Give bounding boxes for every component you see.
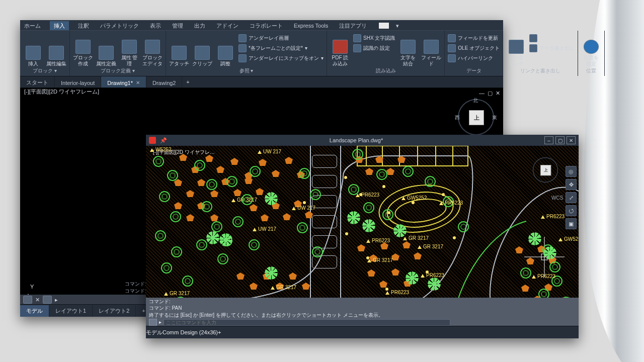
- menu-tab[interactable]: Express Tools: [292, 22, 330, 30]
- shrub-block: [171, 246, 182, 257]
- node-marker: [345, 232, 348, 235]
- steering-wheel-icon[interactable]: ◎: [566, 166, 577, 177]
- clip-button[interactable]: クリップ: [192, 33, 212, 66]
- menu-tab[interactable]: ホーム: [22, 21, 43, 31]
- plant-block: [391, 253, 399, 260]
- plant-block: [285, 157, 293, 164]
- pin-icon[interactable]: 📌: [160, 137, 167, 144]
- attach-button[interactable]: アタッチ: [169, 33, 189, 66]
- field-button[interactable]: フィールド: [421, 33, 441, 66]
- close-button[interactable]: ✕: [496, 90, 500, 97]
- attr-edit-button[interactable]: 属性編集: [46, 33, 66, 66]
- snap-underlay-button[interactable]: アンダーレイにスナップをオン ▾: [238, 54, 324, 63]
- menu-tab[interactable]: 注釈: [76, 21, 91, 31]
- shx-recognize-button[interactable]: SHX 文字認識: [353, 34, 395, 43]
- layout-tab[interactable]: レイアウト2: [93, 305, 136, 317]
- underlay-layer-button[interactable]: アンダーレイ画層: [238, 34, 324, 43]
- cmd-menu-icon[interactable]: [23, 296, 32, 304]
- file-tab[interactable]: Drawing2: [146, 76, 182, 87]
- ole-object-button[interactable]: OLE オブジェクト: [448, 44, 500, 53]
- menu-tab[interactable]: 出力: [192, 21, 207, 31]
- data-export-icon[interactable]: [529, 34, 575, 43]
- viewport-label[interactable]: [-][平面図][2D ワイヤフレーム]: [20, 86, 103, 97]
- new-tab-button[interactable]: +: [182, 76, 193, 87]
- plant-block: [236, 273, 245, 280]
- layout-tab[interactable]: モデル: [146, 329, 163, 336]
- drawing-annotation: GR 3217: [418, 244, 443, 249]
- adjust-button[interactable]: 調整: [215, 33, 235, 66]
- file-tab[interactable]: Drawing1*✕: [101, 76, 146, 87]
- title-bar[interactable]: 📌 Landscape Plan.dwg* – ▢ ✕: [146, 135, 579, 146]
- view-cube[interactable]: 上: [533, 157, 558, 183]
- node-marker: [426, 270, 429, 274]
- flower-block: [428, 278, 441, 291]
- step: [312, 215, 337, 228]
- attr-def-button[interactable]: 属性定義: [96, 33, 116, 66]
- menu-tab[interactable]: パラメトリック: [98, 21, 141, 31]
- file-tab[interactable]: Interior-layout: [55, 76, 101, 87]
- data-link-button[interactable]: データ リンク: [506, 33, 526, 66]
- command-input[interactable]: [164, 319, 450, 326]
- set-location-button[interactable]: 位置を 設定: [581, 33, 601, 66]
- plant-block: [210, 190, 218, 197]
- shrub-block: [376, 169, 387, 180]
- menu-tab[interactable]: 管理: [170, 21, 185, 31]
- plant-block: [272, 170, 280, 177]
- menu-tab[interactable]: 挿入: [50, 21, 69, 31]
- block-editor-button[interactable]: ブロック エディタ: [142, 33, 163, 66]
- menu-tab[interactable]: 注目アプリ: [337, 21, 369, 31]
- frame-settings-button[interactable]: *各フレームごとの設定* ▾: [238, 44, 324, 53]
- shrub-block: [250, 166, 261, 177]
- zoom-extents-icon[interactable]: ⤢: [566, 192, 577, 203]
- layer-dropdown-icon[interactable]: [379, 23, 389, 29]
- show-motion-icon[interactable]: ▣: [566, 218, 577, 229]
- shrub-block: [458, 221, 469, 232]
- update-field-button[interactable]: フィールドを更新: [448, 34, 500, 43]
- drawing-annotation: GW525: [558, 236, 579, 242]
- drawing-viewport-b[interactable]: [-][平面図][2D ワイヤフレ… 上 ◎ ✥ ⤢ ⭯ ▣ W5252U: [146, 146, 579, 315]
- orbit-icon[interactable]: ⭯: [566, 205, 577, 216]
- menu-tab[interactable]: アドイン: [214, 21, 240, 31]
- shrub-block: [249, 239, 260, 250]
- pan-icon[interactable]: ✥: [566, 179, 577, 190]
- pdf-import-button[interactable]: PDF 読み込み: [330, 33, 350, 66]
- insert-block-button[interactable]: 挿入: [23, 33, 43, 66]
- create-block-button[interactable]: ブロック 作成: [73, 33, 93, 66]
- layout-tab[interactable]: モデル: [20, 305, 49, 317]
- shrub-block: [201, 201, 212, 212]
- shrub-block: [310, 189, 321, 200]
- close-button[interactable]: ✕: [567, 136, 576, 144]
- plant-block: [526, 257, 534, 264]
- flower-block: [406, 272, 419, 285]
- close-icon[interactable]: ✕: [136, 80, 140, 85]
- combine-text-button[interactable]: 文字を 結合: [398, 33, 418, 66]
- recognition-settings-button[interactable]: 認識の 設定: [353, 44, 395, 53]
- cmd-menu-icon[interactable]: [149, 319, 157, 326]
- plant-block: [210, 214, 218, 221]
- hyperlink-button[interactable]: ハイパーリンク: [448, 54, 500, 63]
- minimize-button[interactable]: —: [479, 90, 485, 97]
- maximize-button[interactable]: ▢: [555, 136, 565, 144]
- menu-tab[interactable]: コラボレート: [248, 21, 285, 31]
- data-export-button[interactable]: データ書き出し: [529, 44, 575, 53]
- restore-button[interactable]: ▢: [488, 90, 493, 97]
- menu-tab[interactable]: 表示: [148, 21, 163, 31]
- attr-manage-button[interactable]: 属性 管理: [119, 33, 139, 66]
- drawing-annotation: GR 3217: [164, 291, 190, 296]
- plant-block: [403, 241, 411, 248]
- minimize-button[interactable]: –: [544, 136, 553, 144]
- view-cube[interactable]: 上 北 東 西: [458, 99, 494, 135]
- layout-tab[interactable]: レイアウト1: [49, 305, 93, 317]
- layout-tab[interactable]: Comm Design (24x36): [163, 329, 218, 335]
- plant-block: [186, 190, 194, 197]
- plant-block: [380, 242, 388, 249]
- cmd-options-icon[interactable]: [43, 296, 52, 304]
- cmd-history: コマンド:: [125, 281, 146, 288]
- file-tab[interactable]: スタート: [20, 76, 55, 87]
- drawing-annotation: PR6223: [541, 214, 565, 219]
- close-cmd-icon[interactable]: ✕: [35, 297, 40, 303]
- node-marker: [366, 256, 369, 259]
- cmd-history: コマンド:: [149, 298, 576, 305]
- new-layout-button[interactable]: +: [218, 329, 221, 335]
- plant-block: [289, 273, 297, 280]
